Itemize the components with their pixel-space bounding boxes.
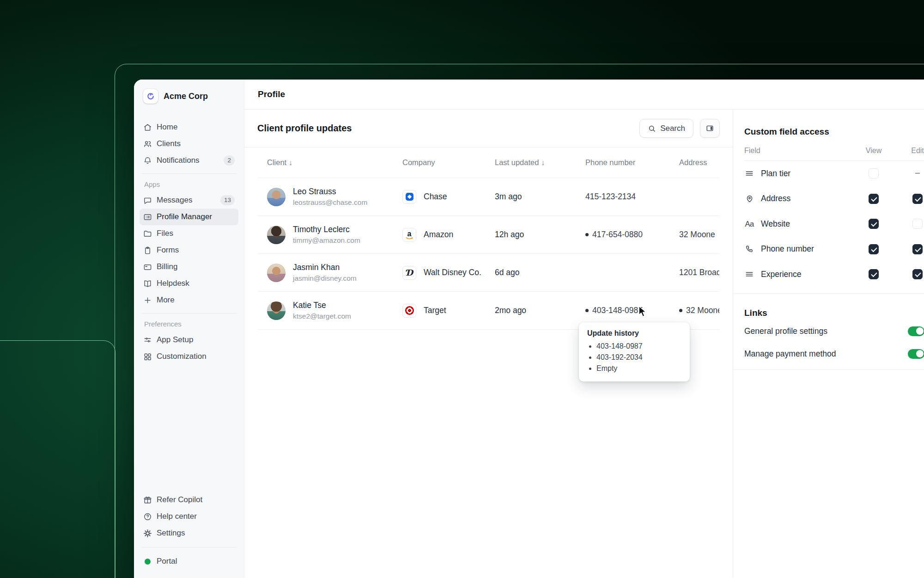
- brand-name: Acme Corp: [164, 92, 208, 101]
- last-updated: 2mo ago: [495, 306, 585, 315]
- sidebar-item-forms[interactable]: Forms: [140, 242, 238, 258]
- target-logo: [402, 304, 416, 318]
- search-button-label: Search: [660, 124, 685, 133]
- table-row[interactable]: Jasmin Khan jasmin@disney.com Ɗ Walt Dis…: [258, 254, 719, 292]
- view-checkbox[interactable]: [869, 219, 879, 229]
- split-view-icon: [705, 124, 714, 133]
- tooltip-title: Update history: [587, 329, 681, 338]
- last-updated: 3m ago: [495, 192, 585, 202]
- sidebar-item-notifications[interactable]: Notifications 2: [140, 152, 238, 169]
- sidebar-divider: [141, 547, 237, 547]
- column-header-phone[interactable]: Phone number: [585, 158, 679, 167]
- panel-divider: [733, 369, 924, 370]
- notifications-badge: 2: [224, 155, 235, 166]
- client-email: timmy@amazon.com: [293, 236, 360, 245]
- sidebar-item-portal[interactable]: Portal: [140, 553, 238, 570]
- clipboard-icon: [143, 246, 152, 255]
- manage-payment-method-toggle[interactable]: [908, 349, 924, 359]
- sidebar-nav-apps: Messages 13 Profile Manager Files Forms …: [134, 192, 244, 308]
- toggle-panel-button[interactable]: [700, 119, 720, 138]
- sidebar-item-home[interactable]: Home: [140, 119, 238, 135]
- view-checkbox[interactable]: [869, 194, 879, 204]
- copilot-swirl-icon: [146, 92, 155, 101]
- list-icon: [744, 270, 754, 279]
- sidebar-divider: [141, 313, 237, 314]
- column-header-address[interactable]: Address: [679, 158, 719, 167]
- sidebar-item-helpdesk[interactable]: Helpdesk: [140, 275, 238, 292]
- sidebar-item-messages[interactable]: Messages 13: [140, 192, 238, 209]
- sidebar-item-label: Helpdesk: [157, 279, 189, 288]
- client-email: jasmin@disney.com: [293, 274, 357, 283]
- view-checkbox[interactable]: [869, 269, 879, 279]
- address-cell: 32 Moone: [679, 306, 719, 315]
- client-email: ktse2@target.com: [293, 312, 351, 320]
- sidebar-item-settings[interactable]: Settings: [140, 525, 238, 541]
- edit-checkbox[interactable]: [912, 194, 923, 204]
- list-icon: [744, 169, 754, 178]
- update-dot: [585, 309, 589, 312]
- text-aa-icon: Aa: [744, 220, 754, 228]
- amazon-logo: a: [402, 228, 416, 242]
- sidebar-nav-preferences: App Setup Customization: [134, 332, 244, 365]
- phone-icon: [744, 245, 754, 253]
- sidebar-item-files[interactable]: Files: [140, 225, 238, 242]
- chat-icon: [143, 196, 152, 205]
- gear-icon: [143, 529, 152, 538]
- sidebar-item-profile-manager[interactable]: Profile Manager: [140, 209, 238, 225]
- section-header: Client profile updates Search: [244, 110, 733, 148]
- field-row-plan-tier: Plan tier: [744, 161, 924, 186]
- sidebar-nav-main: Home Clients Notifications 2: [134, 119, 244, 169]
- sidebar-item-label: Portal: [157, 557, 177, 566]
- users-icon: [143, 140, 152, 148]
- general-profile-settings-toggle[interactable]: [908, 326, 924, 336]
- table-header-row: Client ↓ Company Last updated ↓ Phone nu…: [258, 148, 719, 178]
- mouse-cursor: [637, 305, 649, 318]
- column-header-last-updated[interactable]: Last updated ↓: [495, 158, 585, 167]
- last-updated: 12h ago: [495, 230, 585, 240]
- edit-checkbox: [912, 168, 923, 178]
- decorative-frame-line: [0, 340, 116, 578]
- phone-cell: 403-148-0987: [585, 306, 679, 315]
- sidebar-item-refer-copilot[interactable]: Refer Copilot: [140, 492, 238, 508]
- folder-icon: [143, 229, 152, 238]
- phone-cell: 417-654-0880: [585, 230, 679, 240]
- map-pin-icon: [744, 194, 754, 203]
- sidebar: Acme Corp Home Clients Notifications 2 A…: [134, 80, 244, 578]
- page-title: Profile: [258, 89, 285, 99]
- credit-card-icon: [143, 263, 152, 271]
- avatar: [267, 264, 286, 282]
- field-row-address: Address: [744, 186, 924, 212]
- app-window: Acme Corp Home Clients Notifications 2 A…: [134, 80, 924, 578]
- edit-checkbox[interactable]: [912, 244, 923, 254]
- link-row-general-profile-settings: General profile settings: [744, 322, 924, 341]
- column-header-client[interactable]: Client ↓: [258, 158, 402, 167]
- edit-checkbox[interactable]: [912, 219, 923, 229]
- sidebar-item-label: Profile Manager: [157, 212, 212, 221]
- sidebar-item-more[interactable]: More: [140, 292, 238, 308]
- avatar: [267, 301, 286, 320]
- sidebar-item-label: Messages: [157, 196, 192, 205]
- sidebar-footer: Refer Copilot Help center Settings Porta…: [134, 492, 244, 578]
- sidebar-item-app-setup[interactable]: App Setup: [140, 332, 238, 348]
- view-checkbox[interactable]: [869, 244, 879, 254]
- edit-checkbox[interactable]: [912, 269, 923, 279]
- sidebar-divider: [141, 173, 237, 174]
- search-button[interactable]: Search: [639, 119, 693, 138]
- table-row[interactable]: Leo Strauss leostrauss@chase.com Chase 3…: [258, 178, 719, 216]
- sidebar-item-help-center[interactable]: Help center: [140, 508, 238, 525]
- column-header-company[interactable]: Company: [402, 158, 495, 167]
- view-checkbox[interactable]: [869, 168, 879, 178]
- link-label: Manage payment method: [744, 349, 836, 359]
- custom-field-access-panel: Custom field access Field View Edit Plan…: [733, 110, 924, 578]
- sidebar-item-clients[interactable]: Clients: [140, 135, 238, 152]
- messages-badge: 13: [220, 195, 235, 205]
- column-header-field: Field: [744, 147, 760, 154]
- brand-row[interactable]: Acme Corp: [134, 80, 244, 104]
- table-row[interactable]: Timothy Leclerc timmy@amazon.com a Amazo…: [258, 216, 719, 254]
- sidebar-item-label: Files: [157, 229, 173, 238]
- field-row-experience: Experience: [744, 262, 924, 287]
- sidebar-item-label: Billing: [157, 262, 177, 271]
- sidebar-item-billing[interactable]: Billing: [140, 258, 238, 275]
- search-icon: [648, 124, 656, 133]
- sidebar-item-customization[interactable]: Customization: [140, 348, 238, 365]
